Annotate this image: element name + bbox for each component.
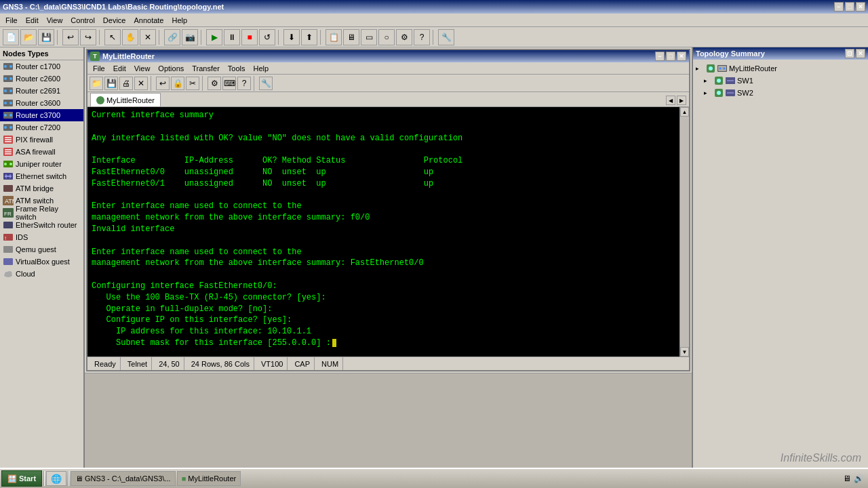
- scroll-down-button[interactable]: ▼: [680, 347, 689, 357]
- close-button[interactable]: ✕: [856, 2, 865, 12]
- toolbar-console[interactable]: 🖥: [343, 29, 359, 45]
- terminal-tb-6[interactable]: 🔒: [171, 77, 184, 90]
- router-c2600-icon: [3, 73, 14, 84]
- menu-view[interactable]: View: [43, 15, 67, 26]
- terminal-tab-item[interactable]: MyLittleRouter: [90, 93, 161, 106]
- node-asa-firewall[interactable]: ASA firewall: [0, 146, 83, 158]
- nodes-panel: Nodes Types Router c1700 Router c2600 Ro…: [0, 47, 85, 468]
- node-virtualbox-guest[interactable]: VirtualBox guest: [0, 256, 83, 268]
- node-ethernet-switch[interactable]: Ethernet switch: [0, 170, 83, 182]
- svg-rect-42: [3, 258, 13, 265]
- watermark: InfiniteSkills.com: [781, 452, 861, 464]
- node-atm-bridge[interactable]: ATM bridge: [0, 182, 83, 195]
- toolbar-start[interactable]: ▶: [206, 29, 222, 45]
- node-pix-firewall[interactable]: PIX firewall: [0, 134, 83, 146]
- start-button[interactable]: 🪟 Start: [1, 470, 42, 487]
- toolbar-move[interactable]: ✋: [122, 29, 138, 45]
- toolbar-capture[interactable]: 📷: [182, 29, 198, 45]
- toolbar-undo[interactable]: ↩: [62, 29, 79, 45]
- ethernet-switch-icon: [3, 171, 14, 182]
- node-frame-relay-switch[interactable]: FR Frame Relay switch: [0, 207, 83, 219]
- topology-item-sw2[interactable]: ▸ SW2: [696, 87, 865, 99]
- expand-mylittlerouter: ▸: [696, 65, 704, 72]
- scroll-track[interactable]: [680, 117, 689, 347]
- toolbar-help[interactable]: ?: [414, 29, 430, 45]
- menu-file[interactable]: File: [1, 15, 22, 26]
- terminal-tb-2[interactable]: 💾: [104, 77, 118, 90]
- terminal-tb-3[interactable]: 🖨: [119, 77, 133, 90]
- terminal-menu-edit[interactable]: Edit: [109, 63, 130, 74]
- terminal-tb-4[interactable]: ✕: [134, 77, 148, 90]
- toolbar-circle[interactable]: ○: [378, 29, 395, 45]
- toolbar-select[interactable]: ↖: [104, 29, 121, 45]
- tab-nav-left[interactable]: ◀: [666, 96, 675, 105]
- node-router-c3600[interactable]: Router c3600: [0, 97, 83, 109]
- node-router-c7200[interactable]: Router c7200: [0, 121, 83, 134]
- toolbar-settings[interactable]: ⚙: [396, 29, 412, 45]
- toolbar-suspend[interactable]: ⏸: [224, 29, 240, 45]
- toolbar-delete[interactable]: ✕: [140, 29, 156, 45]
- tab-nav-right[interactable]: ▶: [677, 96, 686, 105]
- menu-edit[interactable]: Edit: [22, 15, 43, 26]
- topology-undock[interactable]: ⊡: [845, 49, 854, 58]
- toolbar-link[interactable]: 🔗: [164, 29, 180, 45]
- node-router-c2600[interactable]: Router c2600: [0, 73, 83, 85]
- minimize-button[interactable]: −: [834, 2, 844, 12]
- node-router-c2691[interactable]: Router c2691: [0, 85, 83, 97]
- terminal-menu-options[interactable]: Options: [154, 63, 188, 74]
- node-router-c1700[interactable]: Router c1700: [0, 60, 83, 73]
- toolbar-save[interactable]: 💾: [38, 29, 54, 45]
- terminal-tb-10[interactable]: ?: [237, 77, 251, 90]
- terminal-minimize[interactable]: −: [655, 52, 665, 61]
- terminal-scrollbar[interactable]: ▲ ▼: [679, 107, 689, 357]
- topology-close[interactable]: ✕: [856, 49, 865, 58]
- node-qemu-guest[interactable]: Qemu guest: [0, 243, 83, 256]
- menu-annotate[interactable]: Annotate: [130, 15, 167, 26]
- canvas-area[interactable]: [85, 373, 692, 468]
- toolbar-open[interactable]: 📂: [20, 29, 37, 45]
- terminal-window-title: MyLittleRouter: [102, 52, 155, 60]
- toolbar-export[interactable]: ⬆: [301, 29, 317, 45]
- menu-control[interactable]: Control: [66, 15, 98, 26]
- node-router-c3700[interactable]: Router c3700: [0, 109, 83, 121]
- menu-device[interactable]: Device: [99, 15, 130, 26]
- pix-firewall-icon: [3, 134, 14, 145]
- terminal-tb-1[interactable]: 📁: [90, 77, 103, 90]
- node-ids[interactable]: ! IDS: [0, 231, 83, 243]
- node-cloud[interactable]: Cloud: [0, 268, 83, 280]
- terminal-maximize[interactable]: □: [666, 52, 675, 61]
- terminal-tb-11[interactable]: 🔧: [259, 77, 273, 90]
- scroll-up-button[interactable]: ▲: [680, 107, 689, 117]
- taskbar-btn-gns3[interactable]: 🖥 GNS3 - C:\_data\GNS3\...: [71, 471, 176, 486]
- menu-help[interactable]: Help: [168, 15, 192, 26]
- node-juniper-router[interactable]: Juniper router: [0, 158, 83, 170]
- toolbar-sep3: [159, 30, 161, 45]
- terminal-menu-help[interactable]: Help: [250, 63, 273, 74]
- terminal-tb-9[interactable]: ⌨: [222, 77, 236, 90]
- toolbar-extra[interactable]: 🔧: [438, 29, 454, 45]
- terminal-tb-7[interactable]: ✂: [186, 77, 199, 90]
- toolbar-snapshot[interactable]: 📋: [326, 29, 342, 45]
- terminal-close[interactable]: ✕: [677, 52, 686, 61]
- virtualbox-guest-icon: [3, 256, 14, 267]
- terminal-menu-tools[interactable]: Tools: [224, 63, 250, 74]
- taskbar-btn-terminal[interactable]: ■ MyLittleRouter: [177, 471, 241, 486]
- topology-item-sw1[interactable]: ▸ SW1: [696, 75, 865, 87]
- taskbar-btn-internet-explorer[interactable]: 🌐: [46, 471, 66, 486]
- toolbar-import[interactable]: ⬇: [283, 29, 300, 45]
- terminal-menu-transfer[interactable]: Transfer: [188, 63, 224, 74]
- toolbar-stop[interactable]: ■: [241, 29, 258, 45]
- toolbar-new[interactable]: 📄: [3, 29, 19, 45]
- toolbar-redo[interactable]: ↪: [80, 29, 96, 45]
- maximize-button[interactable]: □: [845, 2, 854, 12]
- node-etherswitch-router[interactable]: EtherSwitch router: [0, 219, 83, 231]
- node-ethernet-switch-label: Ethernet switch: [16, 172, 66, 180]
- toolbar-reload[interactable]: ↺: [259, 29, 275, 45]
- terminal-menu-view[interactable]: View: [130, 63, 155, 74]
- terminal-tb-8[interactable]: ⚙: [208, 77, 221, 90]
- toolbar-rect[interactable]: ▭: [361, 29, 377, 45]
- terminal-menu-file[interactable]: File: [89, 63, 109, 74]
- terminal-content[interactable]: Current interface summary Any interface …: [87, 107, 679, 357]
- topology-item-mylittlerouter[interactable]: ▸ MyLittleRouter: [696, 62, 865, 75]
- terminal-tb-5[interactable]: ↩: [156, 77, 170, 90]
